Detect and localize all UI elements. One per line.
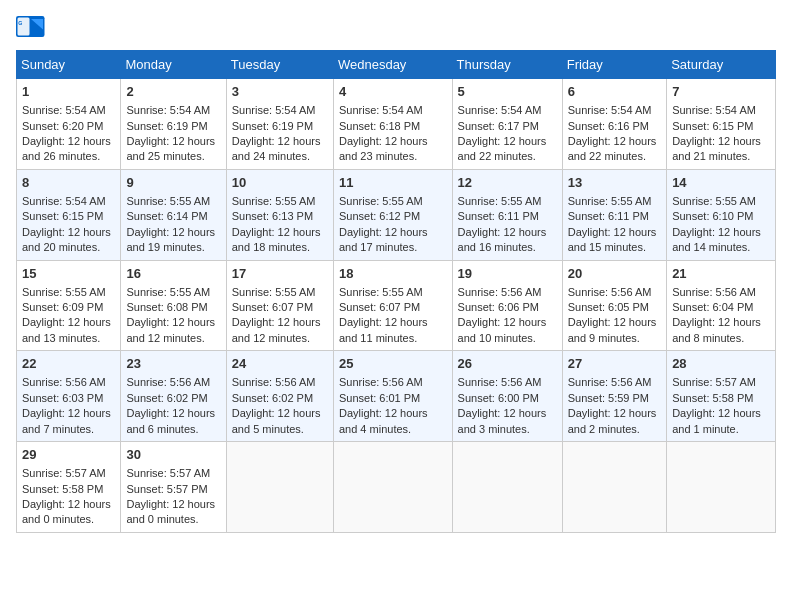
day-number: 28 bbox=[672, 355, 770, 373]
sunrise-text: Sunrise: 5:55 AM bbox=[339, 286, 423, 298]
calendar-cell: 29Sunrise: 5:57 AMSunset: 5:58 PMDayligh… bbox=[17, 442, 121, 533]
sunrise-text: Sunrise: 5:55 AM bbox=[672, 195, 756, 207]
sunrise-text: Sunrise: 5:54 AM bbox=[458, 104, 542, 116]
sunrise-text: Sunrise: 5:57 AM bbox=[22, 467, 106, 479]
daylight-text: Daylight: 12 hours and 10 minutes. bbox=[458, 316, 547, 343]
sunrise-text: Sunrise: 5:56 AM bbox=[568, 286, 652, 298]
day-number: 13 bbox=[568, 174, 661, 192]
sunset-text: Sunset: 6:02 PM bbox=[126, 392, 207, 404]
svg-text:G: G bbox=[18, 20, 22, 26]
calendar-cell: 19Sunrise: 5:56 AMSunset: 6:06 PMDayligh… bbox=[452, 260, 562, 351]
sunrise-text: Sunrise: 5:55 AM bbox=[568, 195, 652, 207]
sunset-text: Sunset: 6:07 PM bbox=[232, 301, 313, 313]
calendar-cell: 27Sunrise: 5:56 AMSunset: 5:59 PMDayligh… bbox=[562, 351, 666, 442]
sunrise-text: Sunrise: 5:56 AM bbox=[568, 376, 652, 388]
day-number: 21 bbox=[672, 265, 770, 283]
calendar-cell: 23Sunrise: 5:56 AMSunset: 6:02 PMDayligh… bbox=[121, 351, 226, 442]
col-header-monday: Monday bbox=[121, 51, 226, 79]
col-header-saturday: Saturday bbox=[667, 51, 776, 79]
daylight-text: Daylight: 12 hours and 9 minutes. bbox=[568, 316, 657, 343]
calendar-cell: 15Sunrise: 5:55 AMSunset: 6:09 PMDayligh… bbox=[17, 260, 121, 351]
calendar-week-row: 8Sunrise: 5:54 AMSunset: 6:15 PMDaylight… bbox=[17, 169, 776, 260]
calendar-cell: 4Sunrise: 5:54 AMSunset: 6:18 PMDaylight… bbox=[333, 79, 452, 170]
day-number: 29 bbox=[22, 446, 115, 464]
daylight-text: Daylight: 12 hours and 17 minutes. bbox=[339, 226, 428, 253]
calendar-cell: 30Sunrise: 5:57 AMSunset: 5:57 PMDayligh… bbox=[121, 442, 226, 533]
calendar-week-row: 29Sunrise: 5:57 AMSunset: 5:58 PMDayligh… bbox=[17, 442, 776, 533]
calendar-cell: 13Sunrise: 5:55 AMSunset: 6:11 PMDayligh… bbox=[562, 169, 666, 260]
sunrise-text: Sunrise: 5:56 AM bbox=[22, 376, 106, 388]
sunset-text: Sunset: 6:15 PM bbox=[22, 210, 103, 222]
sunrise-text: Sunrise: 5:55 AM bbox=[458, 195, 542, 207]
calendar-cell: 5Sunrise: 5:54 AMSunset: 6:17 PMDaylight… bbox=[452, 79, 562, 170]
day-number: 12 bbox=[458, 174, 557, 192]
day-number: 11 bbox=[339, 174, 447, 192]
sunrise-text: Sunrise: 5:55 AM bbox=[232, 195, 316, 207]
calendar-table: SundayMondayTuesdayWednesdayThursdayFrid… bbox=[16, 50, 776, 533]
sunset-text: Sunset: 6:03 PM bbox=[22, 392, 103, 404]
sunset-text: Sunset: 6:09 PM bbox=[22, 301, 103, 313]
calendar-header-row: SundayMondayTuesdayWednesdayThursdayFrid… bbox=[17, 51, 776, 79]
daylight-text: Daylight: 12 hours and 24 minutes. bbox=[232, 135, 321, 162]
day-number: 20 bbox=[568, 265, 661, 283]
daylight-text: Daylight: 12 hours and 4 minutes. bbox=[339, 407, 428, 434]
sunset-text: Sunset: 6:11 PM bbox=[568, 210, 649, 222]
day-number: 14 bbox=[672, 174, 770, 192]
day-number: 8 bbox=[22, 174, 115, 192]
sunrise-text: Sunrise: 5:56 AM bbox=[458, 376, 542, 388]
sunrise-text: Sunrise: 5:54 AM bbox=[672, 104, 756, 116]
day-number: 2 bbox=[126, 83, 220, 101]
calendar-week-row: 22Sunrise: 5:56 AMSunset: 6:03 PMDayligh… bbox=[17, 351, 776, 442]
daylight-text: Daylight: 12 hours and 22 minutes. bbox=[568, 135, 657, 162]
sunrise-text: Sunrise: 5:55 AM bbox=[339, 195, 423, 207]
sunset-text: Sunset: 6:18 PM bbox=[339, 120, 420, 132]
calendar-cell: 6Sunrise: 5:54 AMSunset: 6:16 PMDaylight… bbox=[562, 79, 666, 170]
daylight-text: Daylight: 12 hours and 22 minutes. bbox=[458, 135, 547, 162]
sunset-text: Sunset: 6:00 PM bbox=[458, 392, 539, 404]
calendar-cell bbox=[226, 442, 333, 533]
sunset-text: Sunset: 6:02 PM bbox=[232, 392, 313, 404]
calendar-cell: 10Sunrise: 5:55 AMSunset: 6:13 PMDayligh… bbox=[226, 169, 333, 260]
daylight-text: Daylight: 12 hours and 26 minutes. bbox=[22, 135, 111, 162]
sunrise-text: Sunrise: 5:56 AM bbox=[339, 376, 423, 388]
sunset-text: Sunset: 6:06 PM bbox=[458, 301, 539, 313]
calendar-cell: 16Sunrise: 5:55 AMSunset: 6:08 PMDayligh… bbox=[121, 260, 226, 351]
sunset-text: Sunset: 6:01 PM bbox=[339, 392, 420, 404]
calendar-cell: 9Sunrise: 5:55 AMSunset: 6:14 PMDaylight… bbox=[121, 169, 226, 260]
sunrise-text: Sunrise: 5:55 AM bbox=[22, 286, 106, 298]
daylight-text: Daylight: 12 hours and 0 minutes. bbox=[22, 498, 111, 525]
daylight-text: Daylight: 12 hours and 5 minutes. bbox=[232, 407, 321, 434]
sunrise-text: Sunrise: 5:54 AM bbox=[22, 195, 106, 207]
sunset-text: Sunset: 6:19 PM bbox=[232, 120, 313, 132]
day-number: 26 bbox=[458, 355, 557, 373]
sunrise-text: Sunrise: 5:56 AM bbox=[232, 376, 316, 388]
day-number: 4 bbox=[339, 83, 447, 101]
sunrise-text: Sunrise: 5:54 AM bbox=[126, 104, 210, 116]
day-number: 22 bbox=[22, 355, 115, 373]
sunrise-text: Sunrise: 5:54 AM bbox=[568, 104, 652, 116]
sunset-text: Sunset: 6:20 PM bbox=[22, 120, 103, 132]
sunset-text: Sunset: 6:10 PM bbox=[672, 210, 753, 222]
calendar-week-row: 1Sunrise: 5:54 AMSunset: 6:20 PMDaylight… bbox=[17, 79, 776, 170]
day-number: 24 bbox=[232, 355, 328, 373]
calendar-cell bbox=[562, 442, 666, 533]
sunset-text: Sunset: 6:19 PM bbox=[126, 120, 207, 132]
sunset-text: Sunset: 6:15 PM bbox=[672, 120, 753, 132]
day-number: 23 bbox=[126, 355, 220, 373]
calendar-week-row: 15Sunrise: 5:55 AMSunset: 6:09 PMDayligh… bbox=[17, 260, 776, 351]
sunrise-text: Sunrise: 5:56 AM bbox=[126, 376, 210, 388]
sunset-text: Sunset: 5:57 PM bbox=[126, 483, 207, 495]
day-number: 19 bbox=[458, 265, 557, 283]
calendar-cell: 25Sunrise: 5:56 AMSunset: 6:01 PMDayligh… bbox=[333, 351, 452, 442]
sunrise-text: Sunrise: 5:57 AM bbox=[126, 467, 210, 479]
daylight-text: Daylight: 12 hours and 12 minutes. bbox=[232, 316, 321, 343]
sunrise-text: Sunrise: 5:54 AM bbox=[339, 104, 423, 116]
day-number: 18 bbox=[339, 265, 447, 283]
sunset-text: Sunset: 6:04 PM bbox=[672, 301, 753, 313]
day-number: 1 bbox=[22, 83, 115, 101]
calendar-cell: 7Sunrise: 5:54 AMSunset: 6:15 PMDaylight… bbox=[667, 79, 776, 170]
sunrise-text: Sunrise: 5:57 AM bbox=[672, 376, 756, 388]
sunset-text: Sunset: 5:58 PM bbox=[672, 392, 753, 404]
sunset-text: Sunset: 5:58 PM bbox=[22, 483, 103, 495]
day-number: 17 bbox=[232, 265, 328, 283]
